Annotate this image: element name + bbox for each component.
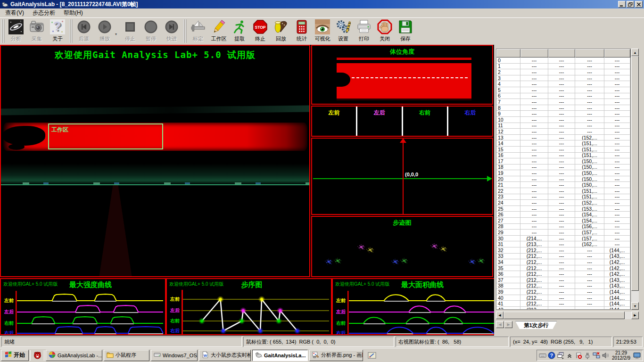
- table-row[interactable]: 24------(152,...---: [496, 200, 630, 206]
- toolbar-button-回放[interactable]: 回放: [271, 18, 291, 43]
- table-row[interactable]: 40(212,...------(144,...: [496, 295, 630, 301]
- network-x-icon[interactable]: [593, 352, 600, 359]
- table-row[interactable]: 31(213,...---(162,...---: [496, 241, 630, 247]
- table-row[interactable]: 23------(151,...---: [496, 194, 630, 200]
- toolbar-button-播放[interactable]: 播放: [94, 18, 115, 43]
- table-row[interactable]: 32(212,...------(144,...: [496, 247, 630, 254]
- toolbar-button-采集[interactable]: 采集: [26, 18, 47, 43]
- table-row[interactable]: 14------(151,...---: [496, 140, 630, 147]
- scroll-right-button[interactable]: ▶: [631, 312, 639, 319]
- toolbar-button-设置[interactable]: 设置: [333, 18, 354, 43]
- scroll-left-button[interactable]: ◀: [496, 312, 504, 319]
- horizontal-scrollbar[interactable]: ◀ ▶: [496, 312, 639, 319]
- table-row[interactable]: 20------(150,...---: [496, 176, 630, 182]
- horizontal-scroll-track[interactable]: [625, 312, 631, 319]
- table-row[interactable]: 36(212,...------(142,...: [496, 271, 630, 277]
- table-row[interactable]: 42(212,...------(144,...: [496, 307, 630, 309]
- toolbar-button-提取[interactable]: 提取: [229, 18, 250, 43]
- toolbar-button-工作区[interactable]: 工作区: [208, 18, 229, 43]
- toolbar-button-关闭[interactable]: 关闭: [374, 18, 395, 43]
- taskbar-task-3[interactable]: W大小鼠步态实时检..: [199, 350, 251, 361]
- table-row[interactable]: 11------------: [496, 123, 630, 129]
- table-row[interactable]: 0------------: [496, 58, 630, 64]
- taskbar-task-1[interactable]: 小鼠程序: [104, 350, 149, 361]
- table-row[interactable]: 9------------: [496, 111, 630, 117]
- tab-next-button[interactable]: ▶: [504, 321, 512, 328]
- table-row[interactable]: 27------(154,...---: [496, 218, 630, 224]
- toolbar-button-统计[interactable]: 统计: [291, 18, 312, 43]
- scroll-down-button[interactable]: ▼: [631, 302, 639, 310]
- table-row[interactable]: 2------------: [496, 69, 630, 75]
- toolbar-button-打印[interactable]: 打印: [354, 18, 374, 43]
- toolbar-button-终止[interactable]: STOP终止: [250, 18, 271, 43]
- grid-header-2[interactable]: [548, 49, 575, 58]
- start-button[interactable]: 开始: [1, 350, 29, 361]
- toolbar-button-后退[interactable]: 后退: [74, 18, 94, 43]
- taskbar-task-5[interactable]: 分析界面.png - 画图: [309, 350, 363, 361]
- flag-alert-icon[interactable]: [575, 352, 582, 359]
- show-desktop-icon[interactable]: [633, 352, 641, 359]
- grid-header-4[interactable]: [604, 49, 630, 58]
- table-row[interactable]: 12------------: [496, 129, 630, 135]
- grid-header-0[interactable]: [496, 49, 520, 58]
- table-row[interactable]: 1------------: [496, 64, 630, 70]
- table-row[interactable]: 19------(150,...---: [496, 170, 630, 176]
- vertical-scroll-thumb[interactable]: [631, 56, 639, 291]
- menu-item-2[interactable]: 帮助(H): [59, 8, 87, 17]
- plug-icon[interactable]: [584, 352, 591, 359]
- chevron-up-icon[interactable]: [566, 352, 573, 359]
- table-row[interactable]: 22------(151,...---: [496, 188, 630, 194]
- table-row[interactable]: 21------(150,...---: [496, 182, 630, 188]
- table-row[interactable]: 7------------: [496, 99, 630, 105]
- taskbar-task-4[interactable]: GaitAnalysisLa...: [252, 350, 308, 361]
- table-row[interactable]: 13------(152,...---: [496, 135, 630, 141]
- tablet-icon[interactable]: [367, 351, 377, 360]
- table-row[interactable]: 30(214,...---(157,...---: [496, 236, 630, 242]
- table-row[interactable]: 35(212,...------(142,...: [496, 265, 630, 272]
- table-row[interactable]: 29------(157,...---: [496, 230, 630, 236]
- taskbar-task-0[interactable]: GaitAnalysisLab -...: [46, 350, 102, 361]
- taskbar-task-2[interactable]: Windows7_OS (C:): [151, 350, 198, 361]
- scroll-up-button[interactable]: ▲: [631, 49, 639, 56]
- vertical-scroll-track[interactable]: [631, 291, 639, 302]
- close-button[interactable]: [635, 1, 643, 8]
- sheet-tab-walk1[interactable]: 第1次步行: [515, 321, 557, 329]
- play-dropdown-arrow[interactable]: ▾: [115, 32, 120, 36]
- toolbar-button-标定[interactable]: 标定: [188, 18, 208, 43]
- table-row[interactable]: 8------------: [496, 105, 630, 111]
- table-row[interactable]: 26------(154,...---: [496, 212, 630, 218]
- table-row[interactable]: 38(212,...------(143,...: [496, 283, 630, 289]
- vertical-scrollbar[interactable]: ▲ ▼: [631, 49, 639, 310]
- table-row[interactable]: 6------------: [496, 93, 630, 99]
- toolbar-button-保存[interactable]: 保存: [395, 18, 416, 43]
- menu-item-0[interactable]: 查看(V): [1, 8, 28, 17]
- table-row[interactable]: 34(212,...------(142,...: [496, 259, 630, 265]
- table-row[interactable]: 15------(151,...---: [496, 147, 630, 153]
- toolbar-button-分析[interactable]: 分析: [6, 18, 26, 43]
- table-row[interactable]: 33(212,...------(143,...: [496, 254, 630, 260]
- minimize-button[interactable]: [618, 1, 626, 8]
- table-row[interactable]: 4------------: [496, 81, 630, 87]
- table-row[interactable]: 3------------: [496, 75, 630, 82]
- table-row[interactable]: 18------(150,...---: [496, 165, 630, 171]
- grid-header-1[interactable]: [520, 49, 548, 58]
- menu-item-1[interactable]: 步态分析: [28, 8, 59, 17]
- table-row[interactable]: 37(212,...------(143,...: [496, 277, 630, 283]
- help-ball-icon[interactable]: ?: [548, 352, 555, 359]
- toolbar-button-关于[interactable]: ??关于: [47, 18, 68, 43]
- table-row[interactable]: 10------------: [496, 117, 630, 123]
- red-mouse-icon[interactable]: [32, 350, 42, 361]
- table-row[interactable]: 25------(153,...---: [496, 206, 630, 212]
- horizontal-scroll-thumb[interactable]: [504, 312, 625, 319]
- toolbar-button-快进[interactable]: 快进: [161, 18, 182, 43]
- toolbar-button-可视化[interactable]: 可视化: [312, 18, 333, 43]
- speaker-icon[interactable]: [602, 352, 609, 359]
- restore-button[interactable]: [627, 1, 634, 8]
- restore-window-icon[interactable]: [557, 352, 564, 359]
- toolbar-button-停止[interactable]: 停止: [120, 18, 140, 43]
- table-row[interactable]: 39(212,...------(144,...: [496, 289, 630, 295]
- table-row[interactable]: 28------(156,...---: [496, 224, 630, 230]
- grid-header-3[interactable]: [575, 49, 604, 58]
- toolbar-button-暂停[interactable]: 暂停: [140, 18, 161, 43]
- workarea-box[interactable]: 工作区: [48, 123, 163, 149]
